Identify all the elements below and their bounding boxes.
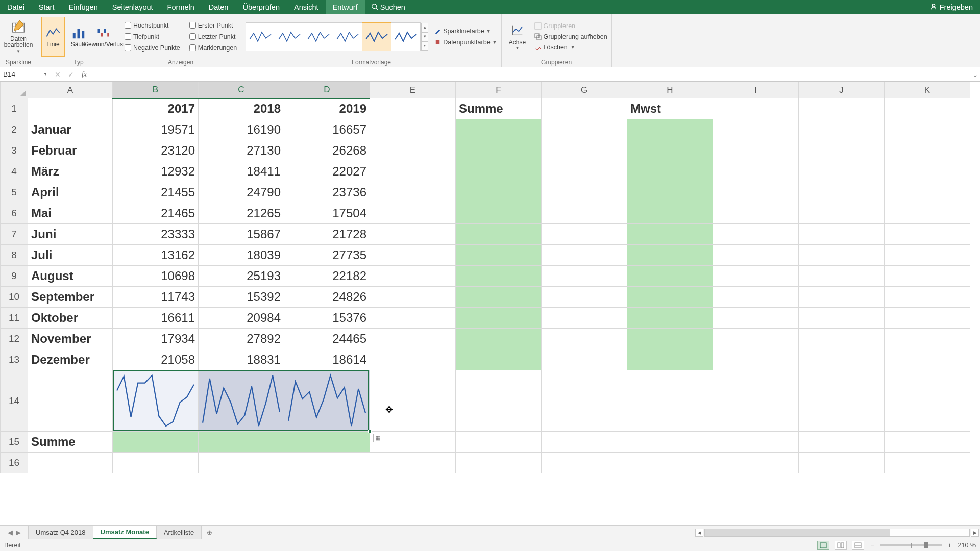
style-4[interactable] <box>333 22 362 51</box>
cell[interactable] <box>542 370 627 432</box>
scroll-left-icon[interactable]: ◀ <box>695 529 703 537</box>
cell[interactable] <box>456 119 542 140</box>
cell[interactable] <box>713 98 799 119</box>
col-header-B[interactable]: B <box>113 82 199 98</box>
cell[interactable] <box>627 119 713 140</box>
cell[interactable]: September <box>28 287 113 308</box>
cell[interactable]: 17504 <box>284 203 370 224</box>
cell[interactable] <box>113 453 199 473</box>
cell[interactable] <box>456 349 542 370</box>
view-normal-button[interactable] <box>817 541 829 550</box>
cell[interactable] <box>542 432 627 453</box>
zoom-level[interactable]: 210 % <box>958 542 976 549</box>
cell[interactable]: 2018 <box>199 98 284 119</box>
tab-daten[interactable]: Daten <box>202 0 236 14</box>
cell[interactable] <box>799 224 885 245</box>
col-header-E[interactable]: E <box>370 82 456 98</box>
worksheet-grid[interactable]: ABCDEFGHIJK 1201720182019SummeMwst2Janua… <box>0 82 980 525</box>
cell[interactable] <box>713 182 799 203</box>
marker-color-button[interactable]: Datenpunktfarbe▼ <box>434 38 497 47</box>
cell[interactable]: 23333 <box>113 224 199 245</box>
row-header-2[interactable]: 2 <box>1 119 28 140</box>
style-gallery[interactable]: ▲ ▼ ▾ <box>246 22 428 51</box>
cell[interactable] <box>885 203 970 224</box>
cell[interactable] <box>799 329 885 349</box>
cell[interactable] <box>713 287 799 308</box>
cell[interactable] <box>713 308 799 329</box>
cell[interactable] <box>627 140 713 161</box>
cell[interactable] <box>456 203 542 224</box>
cell[interactable] <box>799 453 885 473</box>
edit-data-button[interactable]: Daten bearbeiten ▼ <box>4 17 33 57</box>
cell[interactable] <box>713 140 799 161</box>
cell[interactable] <box>28 98 113 119</box>
col-header-G[interactable]: G <box>542 82 627 98</box>
cell[interactable] <box>713 161 799 182</box>
cell[interactable] <box>885 266 970 287</box>
cell[interactable] <box>199 453 284 473</box>
cell[interactable] <box>799 245 885 266</box>
cell[interactable] <box>542 161 627 182</box>
cell[interactable] <box>713 224 799 245</box>
cell[interactable] <box>885 245 970 266</box>
cell[interactable]: Mai <box>28 203 113 224</box>
cell[interactable] <box>885 98 970 119</box>
cell[interactable] <box>370 432 456 453</box>
cell[interactable] <box>542 287 627 308</box>
row-header-5[interactable]: 5 <box>1 182 28 203</box>
fx-icon[interactable]: fx <box>78 70 91 79</box>
view-pagebreak-button[interactable] <box>852 541 864 550</box>
cell[interactable] <box>456 182 542 203</box>
cell[interactable]: 10698 <box>113 266 199 287</box>
cell[interactable] <box>885 161 970 182</box>
cell[interactable] <box>799 370 885 432</box>
horizontal-scrollbar[interactable]: ◀ ▶ <box>694 526 980 539</box>
cell[interactable] <box>627 453 713 473</box>
tab-start[interactable]: Start <box>32 0 62 14</box>
col-header-J[interactable]: J <box>799 82 885 98</box>
tab-datei[interactable]: Datei <box>0 0 32 14</box>
cell[interactable] <box>456 370 542 432</box>
cell[interactable]: 18831 <box>199 349 284 370</box>
sheet-tab-umsatz-q4[interactable]: Umsatz Q4 2018 <box>29 526 93 539</box>
style-5-selected[interactable] <box>362 22 391 51</box>
cell[interactable] <box>370 119 456 140</box>
cell[interactable] <box>370 224 456 245</box>
cell[interactable] <box>542 349 627 370</box>
cell[interactable] <box>456 266 542 287</box>
cell[interactable] <box>456 140 542 161</box>
cell[interactable] <box>370 370 456 432</box>
cell[interactable]: Januar <box>28 119 113 140</box>
cell[interactable] <box>456 329 542 349</box>
check-letzter-punkt[interactable]: Letzter Punkt <box>189 32 237 41</box>
cell[interactable] <box>542 98 627 119</box>
cell[interactable] <box>627 308 713 329</box>
cell[interactable]: 26268 <box>284 140 370 161</box>
sparkline-cell-c14[interactable] <box>199 370 284 432</box>
cell[interactable]: 11743 <box>113 287 199 308</box>
tab-ansicht[interactable]: Ansicht <box>287 0 326 14</box>
cell[interactable] <box>799 266 885 287</box>
cell[interactable] <box>627 370 713 432</box>
row-header-6[interactable]: 6 <box>1 203 28 224</box>
cell[interactable] <box>713 453 799 473</box>
sparkline-cell-b14[interactable] <box>113 370 199 432</box>
cell[interactable] <box>456 432 542 453</box>
cell[interactable] <box>370 453 456 473</box>
sparkline-color-button[interactable]: Sparklinefarbe▼ <box>434 27 497 36</box>
cell[interactable] <box>799 140 885 161</box>
style-6[interactable] <box>391 22 421 51</box>
col-header-K[interactable]: K <box>885 82 970 98</box>
cell[interactable]: 19571 <box>113 119 199 140</box>
row-header-3[interactable]: 3 <box>1 140 28 161</box>
zoom-in-button[interactable]: + <box>947 542 953 549</box>
cell[interactable] <box>627 161 713 182</box>
cell[interactable] <box>713 203 799 224</box>
zoom-slider[interactable] <box>880 544 942 546</box>
col-header-F[interactable]: F <box>456 82 542 98</box>
cell[interactable] <box>542 119 627 140</box>
gallery-more[interactable]: ▾ <box>421 41 428 51</box>
cell[interactable] <box>370 308 456 329</box>
cell[interactable]: 23120 <box>113 140 199 161</box>
cell[interactable] <box>627 432 713 453</box>
